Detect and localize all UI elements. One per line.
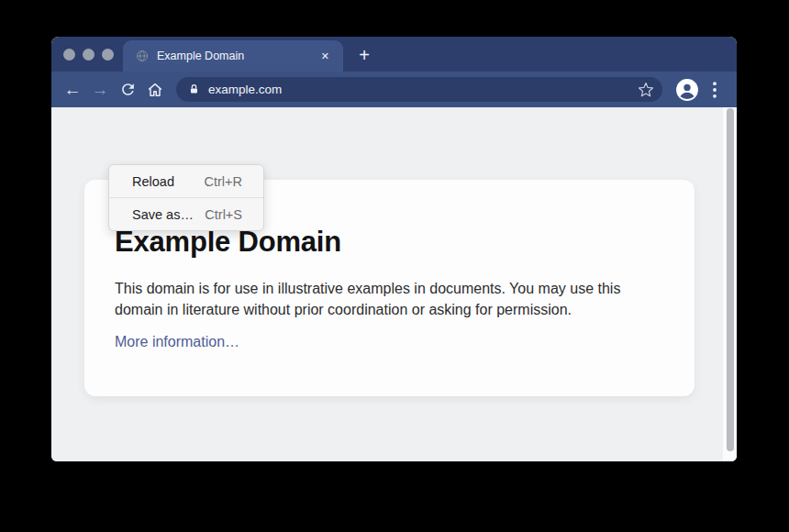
forward-button[interactable]: → xyxy=(86,76,114,104)
reload-icon xyxy=(119,81,137,98)
globe-favicon-icon xyxy=(136,50,149,62)
home-button[interactable] xyxy=(141,76,169,104)
star-icon xyxy=(638,82,654,98)
window-minimize-button[interactable] xyxy=(83,49,94,61)
home-icon xyxy=(146,81,164,99)
avatar-icon xyxy=(675,78,699,102)
profile-button[interactable] xyxy=(675,78,699,102)
page-viewport: Example Domain This domain is for use in… xyxy=(51,107,737,461)
tab-title: Example Domain xyxy=(157,50,318,62)
title-bar: Example Domain ✕ + xyxy=(51,37,737,72)
menu-item-shortcut: Ctrl+R xyxy=(205,174,243,189)
browser-window: Example Domain ✕ + ← → xyxy=(51,37,737,461)
window-maximize-button[interactable] xyxy=(102,49,114,61)
scrollbar-thumb[interactable] xyxy=(727,108,734,451)
menu-item-shortcut: Ctrl+S xyxy=(205,207,242,222)
window-close-button[interactable] xyxy=(63,49,75,61)
more-information-link[interactable]: More information… xyxy=(115,334,239,350)
url-text[interactable]: example.com xyxy=(208,83,636,96)
menu-item-save-as[interactable]: Save as… Ctrl+S xyxy=(109,198,263,230)
browser-tab[interactable]: Example Domain ✕ xyxy=(123,40,343,72)
context-menu: Reload Ctrl+R Save as… Ctrl+S xyxy=(108,164,264,231)
bookmark-button[interactable] xyxy=(636,80,656,100)
forward-arrow-icon: → xyxy=(92,81,109,98)
menu-item-label: Save as… xyxy=(132,207,194,222)
tab-close-icon[interactable]: ✕ xyxy=(318,49,332,64)
navigation-toolbar: ← → example.com xyxy=(51,72,737,107)
browser-menu-button[interactable] xyxy=(705,78,725,102)
back-button[interactable]: ← xyxy=(59,76,86,104)
scrollbar-track[interactable] xyxy=(723,107,737,461)
new-tab-button[interactable]: + xyxy=(352,44,376,67)
three-dots-icon xyxy=(713,82,717,98)
traffic-lights xyxy=(63,49,114,61)
menu-item-reload[interactable]: Reload Ctrl+R xyxy=(109,165,263,197)
address-bar[interactable]: example.com xyxy=(176,77,662,102)
lock-icon xyxy=(188,83,200,95)
menu-item-label: Reload xyxy=(132,174,174,189)
page-paragraph: This domain is for use in illustrative e… xyxy=(115,278,654,320)
reload-button[interactable] xyxy=(114,76,141,104)
back-arrow-icon: ← xyxy=(64,81,82,98)
